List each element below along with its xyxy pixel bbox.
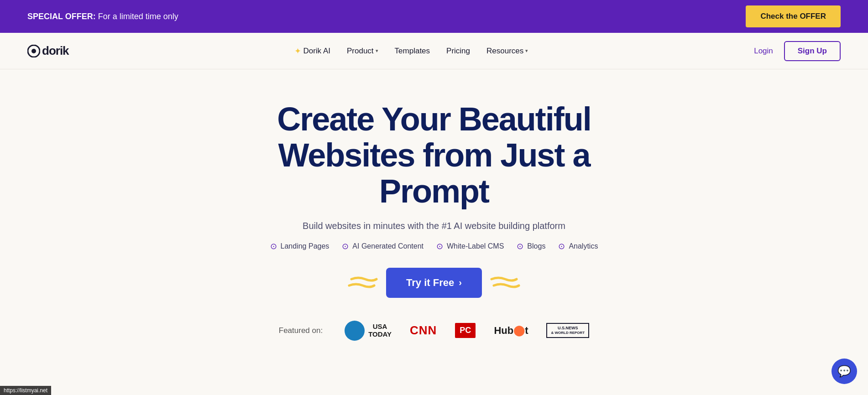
hero-features: ⊙ Landing Pages ⊙ AI Generated Content ⊙… bbox=[270, 241, 598, 251]
nav-label-dorik-ai: Dorik AI bbox=[303, 47, 330, 56]
feature-landing-pages: ⊙ Landing Pages bbox=[270, 241, 329, 251]
feature-label-4: Blogs bbox=[527, 242, 545, 250]
check-icon-3: ⊙ bbox=[436, 241, 443, 251]
featured-label: Featured on: bbox=[279, 326, 323, 335]
nav-auth: Login Sign Up bbox=[754, 41, 841, 61]
logo-svg bbox=[27, 45, 40, 57]
try-free-label: Try it Free bbox=[406, 277, 454, 289]
squiggle-decoration-right bbox=[489, 274, 521, 292]
logo[interactable]: dorik bbox=[27, 44, 69, 58]
nav-link-pricing[interactable]: Pricing bbox=[446, 47, 470, 56]
cta-area: Try it Free › bbox=[347, 268, 521, 298]
feature-white-label: ⊙ White-Label CMS bbox=[436, 241, 504, 251]
squiggle-right-svg bbox=[489, 274, 521, 292]
feature-label-1: Landing Pages bbox=[281, 242, 329, 250]
featured-logos: USATODAY CNN PC Hub⬤t U.S.NEWS & WORLD R… bbox=[345, 321, 589, 341]
login-link[interactable]: Login bbox=[754, 47, 773, 56]
feature-blogs: ⊙ Blogs bbox=[517, 241, 545, 251]
nav-item-templates[interactable]: Templates bbox=[395, 47, 430, 56]
feature-label-3: White-Label CMS bbox=[447, 242, 504, 250]
nav-links: ✦ Dorik AI Product ▾ Templates Pricing R… bbox=[294, 46, 528, 56]
usa-today-circle bbox=[345, 321, 365, 341]
usnews-small: U.S.NEWS bbox=[551, 326, 585, 331]
squiggle-left-svg bbox=[347, 274, 379, 292]
nav-item-product[interactable]: Product ▾ bbox=[347, 47, 378, 56]
special-offer-text: For a limited time only bbox=[98, 12, 178, 21]
pc-logo: PC bbox=[455, 323, 476, 338]
feature-analytics: ⊙ Analytics bbox=[558, 241, 598, 251]
feature-ai-content: ⊙ AI Generated Content bbox=[342, 241, 424, 251]
check-icon-4: ⊙ bbox=[517, 241, 523, 251]
nav-label-templates: Templates bbox=[395, 47, 430, 56]
feature-label-2: AI Generated Content bbox=[352, 242, 424, 250]
hero-section: Create Your Beautiful Websites from Just… bbox=[0, 69, 868, 359]
hubspot-dot: ⬤ bbox=[513, 325, 525, 336]
svg-point-1 bbox=[31, 49, 36, 53]
arrow-icon: › bbox=[459, 277, 462, 288]
nav-label-resources: Resources bbox=[486, 47, 523, 56]
nav-link-dorik-ai[interactable]: ✦ Dorik AI bbox=[294, 46, 330, 56]
squiggle-decoration-left bbox=[347, 274, 379, 292]
featured-section: Featured on: USATODAY CNN PC Hub⬤t U.S.N… bbox=[261, 321, 608, 341]
navbar: dorik ✦ Dorik AI Product ▾ Templates Pri… bbox=[0, 33, 868, 69]
nav-item-resources[interactable]: Resources ▾ bbox=[486, 47, 528, 56]
banner-text: SPECIAL OFFER: For a limited time only bbox=[27, 12, 178, 21]
hero-title: Create Your Beautiful Websites from Just… bbox=[229, 101, 639, 210]
check-icon-1: ⊙ bbox=[270, 241, 277, 251]
chevron-down-icon: ▾ bbox=[376, 48, 378, 54]
nav-item-pricing[interactable]: Pricing bbox=[446, 47, 470, 56]
chevron-down-icon-resources: ▾ bbox=[525, 48, 528, 54]
signup-button[interactable]: Sign Up bbox=[784, 41, 841, 61]
feature-label-5: Analytics bbox=[569, 242, 598, 250]
nav-link-product[interactable]: Product ▾ bbox=[347, 47, 378, 56]
check-offer-button[interactable]: Check the OFFER bbox=[746, 5, 841, 27]
check-icon-2: ⊙ bbox=[342, 241, 349, 251]
cnn-logo: CNN bbox=[410, 323, 437, 338]
hero-title-line2: Websites from Just a Prompt bbox=[278, 137, 590, 209]
hubspot-logo: Hub⬤t bbox=[494, 325, 528, 337]
hero-title-line1: Create Your Beautiful bbox=[277, 101, 591, 137]
nav-label-product: Product bbox=[347, 47, 374, 56]
usnews-sub: & WORLD REPORT bbox=[551, 331, 585, 335]
hero-subtitle: Build websites in minutes with the #1 AI… bbox=[303, 221, 565, 231]
usa-today-text: USATODAY bbox=[368, 323, 392, 338]
nav-item-dorik-ai[interactable]: ✦ Dorik AI bbox=[294, 46, 330, 56]
sparkle-icon: ✦ bbox=[294, 46, 301, 56]
try-free-button[interactable]: Try it Free › bbox=[386, 268, 482, 298]
logo-icon bbox=[27, 45, 40, 57]
special-offer-label: SPECIAL OFFER: bbox=[27, 12, 96, 21]
logo-text: dorik bbox=[42, 44, 69, 58]
nav-label-pricing: Pricing bbox=[446, 47, 470, 56]
nav-link-resources[interactable]: Resources ▾ bbox=[486, 47, 528, 56]
nav-link-templates[interactable]: Templates bbox=[395, 47, 430, 56]
check-icon-5: ⊙ bbox=[558, 241, 565, 251]
usa-today-logo: USATODAY bbox=[345, 321, 392, 341]
usnews-logo: U.S.NEWS & WORLD REPORT bbox=[546, 323, 589, 338]
top-banner: SPECIAL OFFER: For a limited time only C… bbox=[0, 0, 868, 33]
